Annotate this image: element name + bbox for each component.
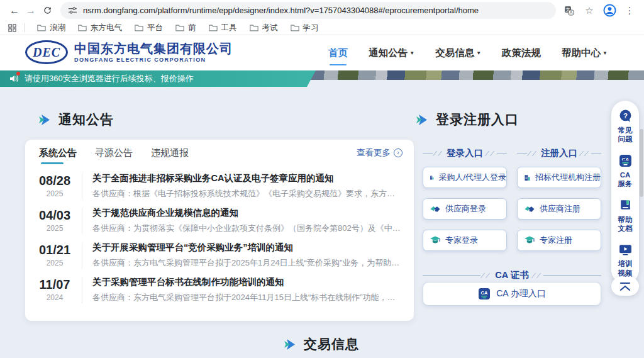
tab-violation-reports[interactable]: 违规通报 — [151, 140, 189, 166]
menu-dots-icon[interactable]: ⋮ — [623, 4, 636, 18]
bookmark-folder[interactable]: 浪潮 — [31, 23, 72, 33]
ca-icon: CA — [478, 288, 491, 300]
training-videos-tool[interactable]: 培训视频 — [618, 242, 633, 277]
bookmark-star-icon[interactable]: ☆ — [582, 4, 596, 18]
section-title-text: 通知公告 — [58, 111, 114, 128]
chevron-down-icon: ▼ — [476, 50, 481, 56]
nav-item-trade-info[interactable]: 交易信息 ▼ — [435, 47, 481, 60]
nav-item-notices[interactable]: 通知公告 ▼ — [369, 47, 414, 60]
bookmark-folder[interactable]: 东方电气 — [72, 23, 128, 33]
avatar-glyph — [603, 4, 616, 17]
nav-item-home[interactable]: 首页 — [328, 47, 348, 60]
scrollbar-thumb[interactable] — [640, 129, 643, 197]
site-settings-icon[interactable] — [68, 6, 77, 15]
bookmark-folder[interactable]: 学习 — [284, 23, 325, 33]
expert-register-button[interactable]: 专家注册 — [517, 230, 601, 251]
notice-ticker-bar[interactable]: 请使用360安全浏览器进行后续投标、报价操作 — [0, 70, 316, 87]
bookmark-label: 东方电气 — [91, 23, 122, 33]
expert-login-button[interactable]: 专家登录 — [423, 230, 507, 251]
translate-icon[interactable]: 文A — [562, 4, 576, 18]
company-logo[interactable]: DEC 中国东方电气集团有限公司 DONGFANG ELECTRIC CORPO… — [25, 40, 233, 64]
nav-item-policies[interactable]: 政策法规 — [502, 47, 541, 60]
decor-line — [543, 275, 601, 276]
tool-label-line1: CA — [620, 171, 631, 179]
graduate-cap-icon — [524, 235, 535, 246]
bidding-agency-register-button[interactable]: 招标代理机构注册 — [517, 167, 601, 188]
item-divider — [82, 173, 82, 199]
supplier-login-button[interactable]: 供应商登录 — [423, 198, 507, 220]
chevron-down-icon: ▼ — [602, 50, 608, 56]
view-more-link[interactable]: 查看更多 › — [357, 147, 402, 159]
item-date-mmdd: 04/03 — [39, 208, 70, 223]
section-arrow-icon — [416, 115, 427, 125]
list-item[interactable]: 11/07 2024 关于采购管理平台标书在线制作功能培训的通知 各供应商：东方… — [34, 272, 402, 307]
bookmarks-divider — [24, 23, 25, 32]
item-title[interactable]: 关于开展采购管理平台“竞价采购业务”培训的通知 — [92, 242, 402, 254]
list-item[interactable]: 08/28 2025 关于全面推进非招标采购业务CA认证及电子签章应用的通知 各… — [34, 169, 402, 203]
reload-glyph — [43, 6, 52, 15]
register-header-text: 注册入口 — [541, 147, 577, 159]
item-title[interactable]: 关于规范供应商企业规模信息的通知 — [92, 207, 402, 219]
url-bar[interactable]: nsrm.dongfang.com/platform/runtime/epp/d… — [60, 2, 556, 19]
back-to-top-button[interactable] — [611, 277, 639, 296]
supplier-register-button[interactable]: 供应商注册 — [517, 198, 601, 220]
tool-label: 常见问题 — [618, 126, 633, 144]
item-date: 11/07 2024 — [34, 277, 75, 302]
item-date-mmdd: 08/28 — [39, 174, 70, 188]
company-name-cn: 中国东方电气集团有限公司 — [74, 42, 233, 55]
notice-text: 请使用360安全浏览器进行后续投标、报价操作 — [25, 73, 194, 84]
list-item[interactable]: 01/21 2025 关于开展采购管理平台“竞价采购业务”培训的通知 各供应商：… — [34, 238, 402, 272]
speaker-icon — [9, 74, 19, 84]
item-title[interactable]: 关于全面推进非招标采购业务CA认证及电子签章应用的通知 — [92, 172, 402, 184]
section-title-text: 登录注册入口 — [436, 111, 519, 128]
apps-grid-icon[interactable] — [6, 21, 18, 35]
item-title[interactable]: 关于采购管理平台标书在线制作功能培训的通知 — [92, 276, 402, 288]
register-entry-header: 注册入口 — [517, 147, 601, 159]
bookmark-label: 学习 — [303, 23, 319, 33]
folder-icon — [250, 24, 258, 31]
announcement-list: 08/28 2025 关于全面推进非招标采购业务CA认证及电子签章应用的通知 各… — [25, 166, 414, 307]
login-buttons-grid: 采购人/代理人登录 招标代理机构注册 供应商登录 供应商注册 专家登录 专家注册 — [423, 167, 601, 251]
url-text[interactable]: nsrm.dongfang.com/platform/runtime/epp/d… — [83, 6, 479, 15]
tab-system-notices[interactable]: 系统公告 — [39, 140, 77, 166]
svg-text:CA: CA — [621, 156, 629, 162]
ca-service-entry-button[interactable]: CA CA 办理入口 — [423, 282, 601, 306]
apps-grid-glyph — [8, 24, 16, 32]
item-date-mmdd: 01/21 — [39, 243, 70, 257]
nav-label: 通知公告 — [369, 47, 408, 60]
button-label: 供应商登录 — [445, 203, 486, 215]
tab-sourcing-notices[interactable]: 寻源公告 — [95, 140, 133, 166]
nav-item-help-center[interactable]: 帮助中心 ▼ — [562, 47, 608, 60]
svg-text:CA: CA — [481, 290, 488, 296]
announcement-tabs: 系统公告 寻源公告 违规通报 查看更多 › — [25, 140, 414, 166]
profile-avatar-icon[interactable] — [602, 4, 616, 18]
nav-label: 交易信息 — [435, 47, 474, 60]
button-label: 专家注册 — [540, 235, 572, 246]
faq-tool[interactable]: ? 常见问题 — [618, 109, 633, 144]
item-date: 01/21 2025 — [34, 243, 75, 267]
item-date-year: 2024 — [47, 293, 64, 302]
ca-service-tool[interactable]: CA CA服务 — [618, 154, 633, 189]
item-divider — [82, 208, 82, 234]
help-docs-tool[interactable]: 帮助文档 — [618, 198, 633, 233]
item-date: 08/28 2025 — [34, 174, 75, 198]
ca-header-text: CA 证书 — [495, 269, 528, 281]
back-icon[interactable]: ← — [6, 3, 23, 19]
ca-certificate-header: CA 证书 — [423, 269, 601, 281]
login-entry-header: 登录入口 — [423, 147, 507, 159]
dec-logo-oval: DEC — [25, 40, 68, 64]
bookmark-folder[interactable]: 考试 — [243, 23, 284, 33]
bookmark-folder[interactable]: 工具 — [203, 23, 243, 33]
circle-arrow-icon: › — [394, 148, 402, 157]
tool-label: CA服务 — [618, 171, 633, 189]
item-description: 各供应商：根据《电子招标投标系统技术规范》《电子采购交易规范》要求，东方电气采购… — [92, 188, 402, 199]
login-header-text: 登录入口 — [447, 147, 483, 159]
list-item[interactable]: 04/03 2025 关于规范供应商企业规模信息的通知 各供应商：为贯彻落实《保… — [34, 203, 402, 238]
buyer-agent-login-button[interactable]: 采购人/代理人登录 — [423, 167, 507, 188]
forward-icon[interactable]: → — [23, 3, 39, 19]
bookmark-folder[interactable]: 平台 — [128, 23, 169, 33]
decor-line — [423, 153, 433, 154]
ca-button-label: CA 办理入口 — [496, 288, 546, 299]
bookmark-folder[interactable]: 前 — [169, 23, 203, 33]
reload-icon[interactable] — [39, 3, 55, 19]
